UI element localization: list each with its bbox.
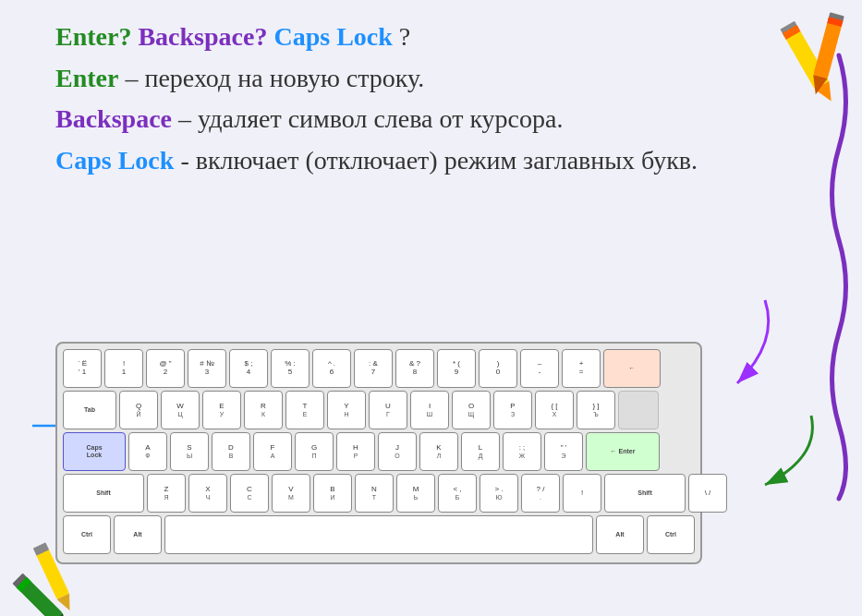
title-line: Enter? Backspace? Caps Lock ? (55, 18, 751, 56)
key-ctrl-right[interactable]: Ctrl (647, 515, 695, 554)
key-semicolon[interactable]: : ; Ж (503, 432, 541, 471)
key-f[interactable]: F А (253, 432, 292, 471)
key-comma[interactable]: < , Б (438, 474, 477, 513)
key-s[interactable]: S Ы (170, 432, 209, 471)
key-empty-row2 (618, 391, 659, 429)
key-u[interactable]: U Г (369, 391, 407, 429)
key-t[interactable]: T Е (285, 391, 324, 429)
key-m[interactable]: M Ь (396, 474, 435, 513)
key-alt-right[interactable]: Alt (596, 515, 644, 554)
key-slash[interactable]: ? / . (521, 474, 560, 513)
capslock-label: Caps Lock (55, 146, 174, 175)
key-v[interactable]: V М (272, 474, 310, 513)
key-j[interactable]: J О (378, 432, 417, 471)
key-backtick[interactable]: ` Ё ' 1 (63, 349, 102, 388)
key-l[interactable]: L Д (461, 432, 500, 471)
key-g[interactable]: G П (295, 432, 334, 471)
keyboard-row-1: ` Ё ' 1 ! 1 @ " 2 # № 3 $ ; 4 % : 5 (63, 349, 695, 388)
key-q[interactable]: Q Й (119, 391, 158, 429)
key-i[interactable]: I Ш (410, 391, 449, 429)
backspace-label: Backspace (55, 104, 172, 133)
key-shift-left[interactable]: Shift (63, 474, 144, 513)
key-ctrl-left[interactable]: Ctrl (63, 515, 111, 554)
enter-label: Enter (55, 64, 118, 92)
backspace-description: Backspace – удаляет символ слева от курс… (55, 101, 751, 139)
key-space[interactable] (164, 515, 593, 554)
key-o[interactable]: O Щ (452, 391, 491, 429)
title-capslock: Caps Lock (273, 22, 392, 51)
key-excl[interactable]: ! (563, 474, 601, 513)
keyboard-diagram: ` Ё ' 1 ! 1 @ " 2 # № 3 $ ; 4 % : 5 (55, 342, 721, 564)
key-w[interactable]: W Ц (161, 391, 200, 429)
key-n[interactable]: N Т (355, 474, 394, 513)
enter-description: Enter – переход на новую строку. (55, 60, 751, 98)
squiggle-decoration-right (820, 46, 857, 508)
key-d[interactable]: D В (212, 432, 250, 471)
key-7[interactable]: : & 7 (354, 349, 393, 388)
key-b[interactable]: B И (313, 474, 352, 513)
key-z[interactable]: Z Я (147, 474, 186, 513)
key-k[interactable]: K Л (419, 432, 458, 471)
key-a[interactable]: A Ф (128, 432, 167, 471)
keyboard: ` Ё ' 1 ! 1 @ " 2 # № 3 $ ; 4 % : 5 (55, 342, 702, 564)
key-x[interactable]: X Ч (188, 474, 227, 513)
key-lbracket[interactable]: { [ Х (535, 391, 574, 429)
title-backspace: Backspace? (138, 22, 267, 51)
key-rbracket[interactable]: } ] Ъ (577, 391, 615, 429)
key-2[interactable]: @ " 2 (146, 349, 185, 388)
key-alt-left[interactable]: Alt (114, 515, 162, 554)
key-r[interactable]: R К (244, 391, 283, 429)
key-3[interactable]: # № 3 (188, 349, 226, 388)
key-y[interactable]: Y Н (327, 391, 366, 429)
key-period[interactable]: > . Ю (480, 474, 518, 513)
key-backslash[interactable]: \ / (688, 474, 727, 513)
key-backspace[interactable]: ← (603, 349, 661, 388)
key-minus[interactable]: – - (520, 349, 559, 388)
key-e[interactable]: E У (202, 391, 241, 429)
key-p[interactable]: P З (493, 391, 532, 429)
key-quote[interactable]: " ' Э (544, 432, 583, 471)
main-content: Enter? Backspace? Caps Lock ? Enter – пе… (55, 18, 751, 183)
key-capslock[interactable]: CapsLock (63, 432, 126, 471)
key-0[interactable]: ) 0 (479, 349, 517, 388)
key-c[interactable]: C С (230, 474, 269, 513)
key-8[interactable]: & ? 8 (395, 349, 434, 388)
key-9[interactable]: * ( 9 (437, 349, 476, 388)
key-equals[interactable]: + = (562, 349, 601, 388)
key-enter[interactable]: ← Enter (586, 432, 660, 471)
keyboard-row-2: Tab Q Й W Ц E У R К T Е Y (63, 391, 695, 429)
key-5[interactable]: % : 5 (271, 349, 310, 388)
capslock-description: Caps Lock - включает (отключает) режим з… (55, 142, 751, 180)
keyboard-row-4: Shift Z Я X Ч C С V М B И N (63, 474, 695, 513)
key-tab[interactable]: Tab (63, 391, 116, 429)
key-h[interactable]: H Р (336, 432, 375, 471)
title-enter: Enter? (55, 22, 131, 51)
keyboard-row-5: Ctrl Alt Alt Ctrl (63, 515, 695, 554)
key-6[interactable]: ^ . 6 (312, 349, 351, 388)
keyboard-row-3: CapsLock A Ф S Ы D В F А G П (63, 432, 695, 471)
key-1[interactable]: ! 1 (104, 349, 143, 388)
key-4[interactable]: $ ; 4 (229, 349, 268, 388)
key-shift-right[interactable]: Shift (604, 474, 686, 513)
